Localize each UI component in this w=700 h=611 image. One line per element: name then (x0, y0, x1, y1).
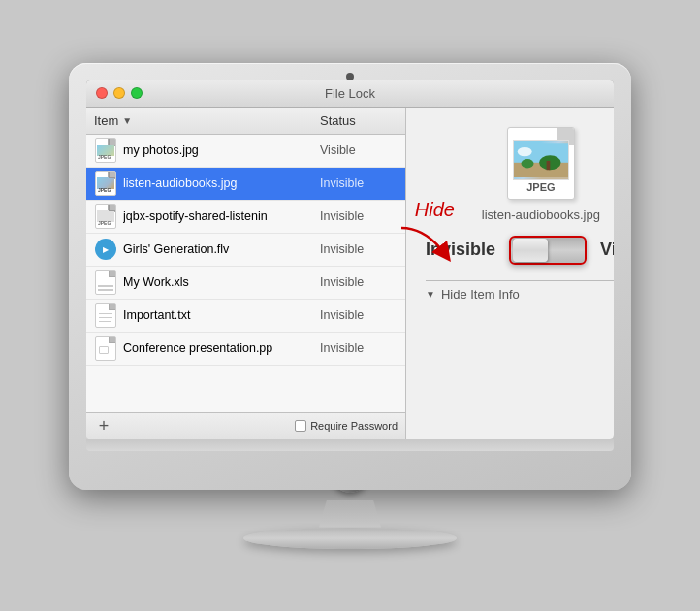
preview-image (513, 140, 569, 180)
imac-screen: File Lock Item ▼ Status (86, 80, 614, 439)
file-name: My Work.xls (123, 275, 320, 289)
toggle-thumb (513, 239, 548, 262)
imac-neck (311, 500, 389, 528)
maximize-button[interactable] (131, 87, 143, 99)
file-row[interactable]: JPEG my photos.jpg Visible (86, 135, 405, 168)
preview-file-name: listen-audiobooks.jpg (482, 208, 600, 222)
svg-point-5 (521, 159, 533, 168)
imac-chin (86, 439, 614, 451)
file-status: Visible (320, 144, 398, 157)
file-status: Invisible (320, 275, 398, 289)
require-password-checkbox[interactable] (295, 420, 306, 432)
arrow-icon (397, 223, 455, 262)
hide-annotation: Hide (397, 199, 455, 262)
app-body: Item ▼ Status JPEG (86, 108, 614, 439)
file-status-selected: Invisible (320, 177, 398, 190)
window-title: File Lock (325, 86, 375, 101)
svg-point-1 (518, 146, 532, 155)
file-icon-flv (94, 237, 117, 262)
file-row-selected[interactable]: JPEG listen-audiobooks.jpg Invisible (86, 168, 405, 201)
file-icon-jpeg: JPEG (94, 138, 117, 163)
toggle-area: Hide Invisible (426, 236, 614, 265)
column-header: Item ▼ Status (86, 108, 405, 135)
file-name: jqbx-spotify-shared-listenin (123, 209, 320, 223)
file-status: Invisible (320, 242, 398, 256)
file-icon-jpeg2: JPEG (94, 204, 117, 229)
add-file-button[interactable]: + (94, 416, 113, 435)
hide-item-section[interactable]: ▼ Hide Item Info (426, 280, 614, 302)
close-button[interactable] (96, 87, 108, 99)
left-panel: Item ▼ Status JPEG (86, 108, 406, 439)
right-panel: JPEG listen-audiobooks.jpg Hide (406, 108, 614, 439)
file-name: Girls' Generation.flv (123, 242, 320, 256)
file-preview-icon: JPEG (507, 127, 575, 200)
file-status: Invisible (320, 308, 398, 322)
hide-item-label: Hide Item Info (441, 287, 520, 302)
file-row[interactable]: Girls' Generation.flv Invisible (86, 234, 405, 267)
file-row[interactable]: My Work.xls Invisible (86, 267, 405, 300)
column-item-header: Item ▼ (94, 113, 320, 128)
svg-point-3 (539, 155, 560, 170)
preview-file-type: JPEG (526, 181, 555, 193)
column-status-header: Status (320, 113, 398, 128)
require-password-section: Require Password (295, 420, 398, 432)
visibility-toggle[interactable] (509, 236, 587, 265)
file-row[interactable]: JPEG jqbx-spotify-shared-listenin Invisi… (86, 201, 405, 234)
file-icon-xls (94, 270, 117, 295)
imac-base (243, 528, 457, 549)
file-row[interactable]: Important.txt Invisible (86, 300, 405, 333)
imac-wrapper: File Lock Item ▼ Status (69, 63, 631, 549)
hide-label: Hide (415, 199, 455, 221)
file-name: Important.txt (123, 308, 320, 322)
svg-rect-4 (546, 160, 550, 169)
sort-chevron-icon[interactable]: ▼ (122, 115, 132, 126)
file-name: Conference presentation.pp (123, 341, 320, 355)
file-icon-jpeg-selected: JPEG (94, 171, 117, 196)
title-bar-buttons (96, 87, 143, 99)
file-name: my photos.jpg (123, 144, 320, 157)
file-name-selected: listen-audiobooks.jpg (123, 177, 320, 190)
file-status: Invisible (320, 209, 398, 223)
title-bar: File Lock (86, 80, 614, 108)
file-list: JPEG my photos.jpg Visible (86, 135, 405, 412)
minimize-button[interactable] (113, 87, 125, 99)
visible-label: Visible (600, 240, 614, 260)
file-icon-ppt (94, 336, 117, 361)
require-password-label: Require Password (310, 420, 398, 432)
disclosure-triangle-icon: ▼ (426, 289, 435, 300)
panel-footer: + Require Password (86, 412, 405, 439)
file-icon-txt (94, 303, 117, 328)
imac-camera (346, 73, 354, 80)
file-status: Invisible (320, 341, 398, 355)
imac-screen-bezel: File Lock Item ▼ Status (69, 63, 631, 490)
file-row[interactable]: Conference presentation.pp Invisible (86, 333, 405, 366)
preview-jpeg-body: JPEG (507, 127, 575, 200)
